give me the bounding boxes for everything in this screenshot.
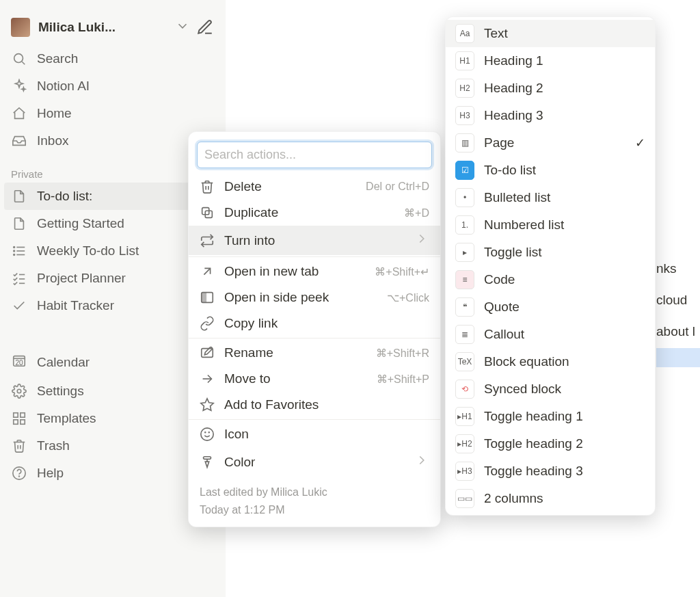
sidebar-item-label: Notion AI — [37, 79, 90, 94]
turninto-callout[interactable]: ≣Callout — [446, 321, 655, 348]
calendar-icon: 20 — [11, 353, 27, 371]
action-color[interactable]: Color — [189, 447, 440, 477]
block-type-icon: H3 — [455, 106, 474, 125]
svg-rect-15 — [21, 413, 25, 417]
turninto-label: To-do list — [484, 163, 645, 178]
action-label: Add to Favorites — [224, 397, 429, 412]
block-type-icon: ▸H1 — [455, 407, 474, 426]
turninto-toggle-list[interactable]: ▸Toggle list — [446, 239, 655, 266]
color-icon — [200, 455, 215, 470]
turninto-page[interactable]: ▥Page✓ — [446, 129, 655, 157]
action-label: Turn into — [224, 233, 405, 248]
turninto-text[interactable]: AaText — [446, 20, 655, 47]
block-type-icon: H1 — [455, 51, 474, 70]
text-fragment: cloud — [656, 284, 700, 316]
action-open-in-new-tab[interactable]: Open in new tab⌘+Shift+↵ — [189, 258, 440, 284]
block-type-icon: ▭▭ — [455, 489, 474, 508]
last-edited-by: Last edited by Milica Lukic — [200, 483, 429, 501]
turninto-label: Quote — [484, 300, 645, 315]
turninto-to-do-list[interactable]: ☑To-do list — [446, 157, 655, 184]
block-type-icon: ❝ — [455, 297, 474, 317]
sidebar-item-home[interactable]: Home — [0, 100, 226, 127]
svg-rect-14 — [14, 413, 18, 417]
shortcut: ⌘+Shift+P — [377, 373, 429, 386]
sidebar-item-label: Settings — [37, 384, 84, 399]
sidebar-item-label: Getting Started — [37, 216, 124, 231]
block-type-icon: ⟲ — [455, 380, 474, 399]
text-fragment: about l — [656, 316, 700, 347]
sidebar-item-label: Project Planner — [37, 271, 126, 286]
action-move-to[interactable]: Move to⌘+Shift+P — [189, 366, 440, 392]
turninto-bulleted-list[interactable]: •Bulleted list — [446, 184, 655, 211]
action-icon[interactable]: Icon — [189, 421, 440, 447]
turninto-toggle-heading-1[interactable]: ▸H1Toggle heading 1 — [446, 403, 655, 430]
block-type-icon: • — [455, 188, 474, 207]
inbox-icon — [11, 133, 27, 148]
turninto-label: Heading 1 — [484, 53, 645, 68]
action-label: Rename — [224, 345, 366, 360]
turninto-heading-1[interactable]: H1Heading 1 — [446, 47, 655, 75]
shortcut: ⌘+Shift+R — [376, 347, 429, 360]
action-rename[interactable]: Rename⌘+Shift+R — [189, 340, 440, 366]
list-icon — [11, 243, 27, 258]
sidebar-item-label: Help — [37, 466, 64, 481]
action-open-in-side-peek[interactable]: Open in side peek⌥+Click — [189, 284, 440, 310]
compose-button[interactable] — [196, 18, 215, 37]
sidebar-item-label: Habit Tracker — [37, 298, 114, 313]
turninto-toggle-heading-2[interactable]: ▸H2Toggle heading 2 — [446, 430, 655, 457]
turninto-heading-3[interactable]: H3Heading 3 — [446, 102, 655, 129]
turninto-toggle-heading-3[interactable]: ▸H3Toggle heading 3 — [446, 457, 655, 485]
turninto-label: Page — [484, 135, 625, 150]
turninto-heading-2[interactable]: H2Heading 2 — [446, 75, 655, 102]
block-type-icon: ☑ — [455, 161, 474, 180]
shortcut: ⌥+Click — [387, 291, 429, 304]
chevron-right-icon — [414, 231, 429, 250]
check-icon — [11, 298, 27, 313]
turninto-label: Code — [484, 272, 645, 287]
turninto-label: Text — [484, 26, 645, 41]
block-type-icon: 1. — [455, 215, 474, 235]
block-type-icon: ▥ — [455, 133, 474, 152]
action-menu: DeleteDel or Ctrl+DDuplicate⌘+DTurn into… — [188, 131, 441, 527]
turn-into-submenu: AaTextH1Heading 1H2Heading 2H3Heading 3▥… — [445, 16, 656, 516]
svg-point-27 — [201, 428, 213, 440]
action-turn-into[interactable]: Turn into — [189, 226, 440, 255]
turninto-synced-block[interactable]: ⟲Synced block — [446, 375, 655, 403]
action-label: Open in side peek — [224, 290, 377, 305]
action-label: Move to — [224, 371, 367, 386]
move-icon — [200, 371, 215, 386]
svg-point-28 — [205, 432, 206, 433]
link-icon — [200, 316, 215, 331]
workspace-switcher[interactable]: Milica Luki... — [0, 14, 226, 45]
main-content-peek: nks cloud about l — [656, 253, 700, 379]
turninto-code[interactable]: ≡Code — [446, 266, 655, 293]
highlight — [656, 348, 700, 367]
block-type-icon: Aa — [455, 24, 474, 43]
block-type-icon: ▸ — [455, 243, 474, 262]
sidebar-item-label: Search — [37, 51, 78, 66]
turninto-numbered-list[interactable]: 1.Numbered list — [446, 211, 655, 239]
action-search-input[interactable] — [197, 142, 432, 168]
sidebar-item-search[interactable]: Search — [0, 45, 226, 72]
turninto-label: Toggle heading 2 — [484, 436, 645, 451]
action-add-to-favorites[interactable]: Add to Favorites — [189, 392, 440, 418]
avatar — [11, 18, 30, 37]
action-duplicate[interactable]: Duplicate⌘+D — [189, 200, 440, 226]
turninto-block-equation[interactable]: TeXBlock equation — [446, 348, 655, 375]
chevron-down-icon[interactable] — [170, 18, 196, 36]
svg-rect-16 — [21, 420, 25, 424]
turninto-quote[interactable]: ❝Quote — [446, 293, 655, 321]
search-icon — [11, 51, 27, 66]
sidebar-item-notion-ai[interactable]: Notion AI — [0, 72, 226, 100]
checklist-icon — [11, 271, 27, 286]
turninto-2-columns[interactable]: ▭▭2 columns — [446, 485, 655, 512]
rename-icon — [200, 345, 215, 360]
duplicate-icon — [200, 205, 215, 220]
action-delete[interactable]: DeleteDel or Ctrl+D — [189, 174, 440, 200]
help-icon — [11, 466, 27, 481]
svg-point-0 — [14, 54, 23, 63]
action-copy-link[interactable]: Copy link — [189, 310, 440, 336]
action-label: Icon — [224, 427, 429, 442]
turninto-label: Numbered list — [484, 217, 645, 233]
turninto-label: Heading 2 — [484, 81, 645, 96]
